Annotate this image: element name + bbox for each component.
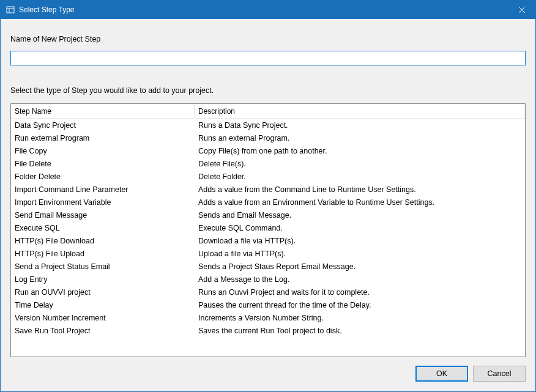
- list-item[interactable]: Data Sync ProjectRuns a Data Sync Projec…: [11, 119, 525, 131]
- step-description-cell: Execute SQL Command.: [195, 223, 525, 234]
- step-description-cell: Download a file via HTTP(s).: [195, 235, 525, 246]
- step-name-cell: HTTP(s) File Upload: [11, 248, 195, 259]
- app-icon: [6, 5, 15, 15]
- step-name-cell: File Delete: [11, 158, 195, 169]
- step-description-cell: Runs a Data Sync Project.: [195, 120, 525, 131]
- list-item[interactable]: File CopyCopy File(s) from one path to a…: [11, 144, 525, 157]
- step-description-cell: Increments a Version Number String.: [195, 312, 525, 324]
- type-label: Select the type of Step you would like t…: [10, 86, 526, 95]
- step-name-cell: Import Environment Variable: [11, 197, 195, 208]
- step-description-cell: Delete Folder.: [195, 171, 525, 182]
- cancel-button[interactable]: Cancel: [473, 366, 526, 382]
- step-description-cell: Add a Message to the Log.: [195, 274, 525, 285]
- step-name-cell: Save Run Tool Project: [11, 325, 195, 336]
- step-name-cell: Time Delay: [11, 300, 195, 311]
- step-name-cell: Log Entry: [11, 274, 195, 285]
- step-description-cell: Copy File(s) from one path to another.: [195, 146, 525, 157]
- titlebar: Select Step Type: [1, 1, 535, 19]
- list-body: Data Sync ProjectRuns a Data Sync Projec…: [11, 119, 525, 357]
- svg-rect-0: [7, 7, 14, 13]
- list-item[interactable]: Import Command Line ParameterAdds a valu…: [11, 183, 525, 196]
- list-item[interactable]: Import Environment VariableAdds a value …: [11, 196, 525, 209]
- list-item[interactable]: Folder DeleteDelete Folder.: [11, 170, 525, 183]
- list-item[interactable]: Log EntryAdd a Message to the Log.: [11, 273, 525, 286]
- step-description-cell: Adds a value from the Command Line to Ru…: [195, 184, 525, 195]
- list-item[interactable]: HTTP(s) File DownloadDownload a file via…: [11, 234, 525, 247]
- list-item[interactable]: HTTP(s) File UploadUpload a file via HTT…: [11, 247, 525, 260]
- dialog-content: Name of New Project Step Select the type…: [1, 19, 535, 391]
- list-item[interactable]: Execute SQLExecute SQL Command.: [11, 221, 525, 234]
- step-description-cell: Pauses the current thread for the time o…: [195, 300, 525, 311]
- step-name-cell: Send Email Message: [11, 210, 195, 221]
- step-name-cell: File Copy: [11, 146, 195, 157]
- button-bar: OK Cancel: [10, 357, 526, 382]
- list-item[interactable]: File DeleteDelete File(s).: [11, 157, 525, 170]
- list-item[interactable]: Run an OUVVI projectRuns an Ouvvi Projec…: [11, 286, 525, 298]
- step-type-list: Step Name Description Data Sync ProjectR…: [10, 103, 526, 357]
- list-item[interactable]: Send Email MessageSends and Email Messag…: [11, 209, 525, 221]
- list-item[interactable]: Save Run Tool ProjectSaves the current R…: [11, 324, 525, 337]
- step-name-cell: HTTP(s) File Download: [11, 235, 195, 246]
- step-name-input[interactable]: [10, 51, 526, 65]
- name-label: Name of New Project Step: [10, 35, 526, 43]
- close-button[interactable]: [508, 1, 535, 19]
- step-name-cell: Run external Program: [11, 133, 195, 144]
- step-description-cell: Runs an external Program.: [195, 133, 525, 144]
- step-description-cell: Upload a file via HTTP(s).: [195, 248, 525, 259]
- window-title: Select Step Type: [19, 6, 508, 14]
- list-item[interactable]: Run external ProgramRuns an external Pro…: [11, 131, 525, 144]
- step-description-cell: Delete File(s).: [195, 158, 525, 169]
- step-name-cell: Version Number Increment: [11, 312, 195, 324]
- column-header-description[interactable]: Description: [195, 104, 525, 118]
- step-description-cell: Sends and Email Message.: [195, 210, 525, 221]
- list-item[interactable]: Send a Project Status EmailSends a Proje…: [11, 260, 525, 273]
- step-name-cell: Execute SQL: [11, 223, 195, 234]
- list-header: Step Name Description: [11, 104, 525, 119]
- ok-button[interactable]: OK: [415, 366, 468, 382]
- step-description-cell: Sends a Project Staus Report Email Messa…: [195, 261, 525, 272]
- list-item[interactable]: Version Number IncrementIncrements a Ver…: [11, 311, 525, 324]
- step-description-cell: Adds a value from an Environment Variabl…: [195, 197, 525, 208]
- step-name-cell: Data Sync Project: [11, 120, 195, 131]
- column-header-name[interactable]: Step Name: [11, 104, 195, 118]
- list-item[interactable]: Time DelayPauses the current thread for …: [11, 298, 525, 311]
- step-description-cell: Saves the current Run Tool project to di…: [195, 325, 525, 336]
- step-name-cell: Run an OUVVI project: [11, 287, 195, 298]
- step-description-cell: Runs an Ouvvi Project and waits for it t…: [195, 287, 525, 298]
- step-name-cell: Import Command Line Parameter: [11, 184, 195, 195]
- step-name-cell: Send a Project Status Email: [11, 261, 195, 272]
- step-name-cell: Folder Delete: [11, 171, 195, 182]
